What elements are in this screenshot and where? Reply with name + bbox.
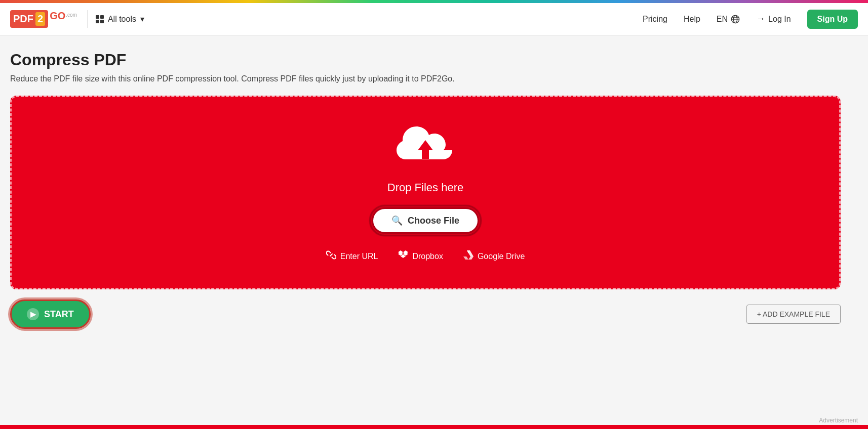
cloud-upload-icon bbox=[395, 122, 456, 173]
link-icon bbox=[326, 250, 336, 263]
main-content: Compress PDF Reduce the PDF file size wi… bbox=[0, 35, 851, 349]
dropbox-option[interactable]: Dropbox bbox=[398, 250, 443, 263]
add-example-button[interactable]: + ADD EXAMPLE FILE bbox=[746, 305, 841, 324]
bottom-stripe bbox=[0, 425, 868, 429]
advertisement-text: Advertisement bbox=[819, 417, 858, 424]
extra-options: Enter URL Dropbox bbox=[326, 250, 525, 263]
enter-url-option[interactable]: Enter URL bbox=[326, 250, 378, 263]
grid-icon bbox=[96, 15, 104, 23]
pricing-link[interactable]: Pricing bbox=[643, 15, 667, 24]
page-description: Reduce the PDF file size with this onlin… bbox=[10, 74, 841, 83]
all-tools-button[interactable]: All tools ▾ bbox=[87, 10, 152, 28]
choose-file-button[interactable]: 🔍 Choose File bbox=[372, 207, 479, 234]
globe-icon bbox=[731, 15, 740, 24]
start-arrow-icon: ▶ bbox=[27, 308, 39, 320]
logo-com: .com bbox=[66, 12, 77, 18]
bottom-bar: ▶ START + ADD EXAMPLE FILE bbox=[10, 289, 841, 339]
login-button[interactable]: → Log In bbox=[756, 14, 791, 24]
svg-marker-13 bbox=[468, 256, 474, 260]
help-link[interactable]: Help bbox=[684, 15, 700, 24]
drop-zone[interactable]: Drop Files here 🔍 Choose File Enter URL bbox=[10, 96, 841, 289]
logo[interactable]: PDF 2 GO .com bbox=[10, 10, 77, 28]
search-icon: 🔍 bbox=[391, 215, 403, 226]
page-title: Compress PDF bbox=[10, 51, 841, 69]
navbar: PDF 2 GO .com All tools ▾ Pricing Help E… bbox=[0, 3, 868, 35]
google-drive-option[interactable]: Google Drive bbox=[463, 250, 525, 263]
logo-2: 2 bbox=[35, 12, 45, 26]
signup-button[interactable]: Sign Up bbox=[807, 10, 858, 29]
logo-go: GO bbox=[50, 10, 65, 22]
google-drive-icon bbox=[463, 250, 474, 262]
start-button[interactable]: ▶ START bbox=[10, 299, 91, 329]
language-button[interactable]: EN bbox=[717, 15, 740, 24]
logo-pdf: PDF 2 bbox=[10, 10, 48, 28]
nav-links: Pricing Help EN → Log In Sign Up bbox=[643, 10, 858, 29]
dropbox-icon bbox=[398, 250, 408, 262]
svg-marker-12 bbox=[463, 256, 468, 260]
drop-files-text: Drop Files here bbox=[387, 181, 463, 194]
